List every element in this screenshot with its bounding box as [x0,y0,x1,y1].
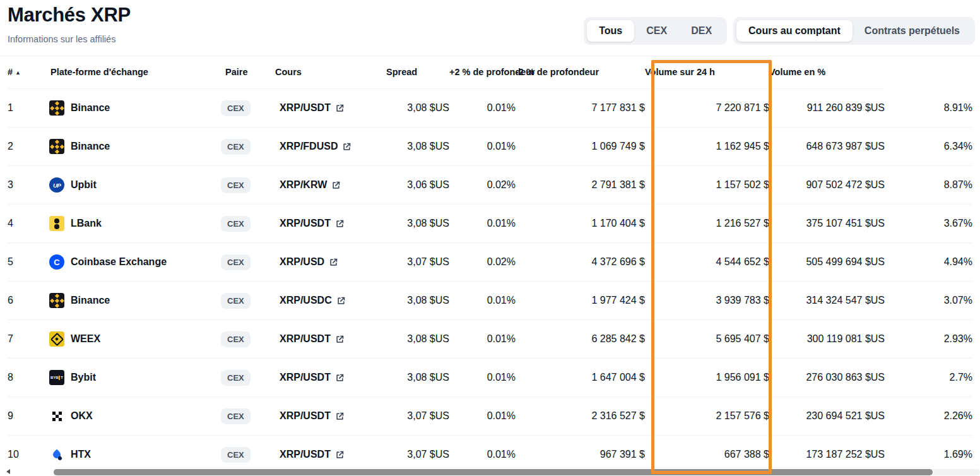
volume-24h-cell: 648 673 987 $US [769,128,885,166]
exchange-logo-icon [49,100,64,116]
pair-link[interactable]: XRP/USDT [280,410,386,422]
exchange-name: LBank [71,218,102,229]
col-header-depth-minus[interactable]: -2 % de profondeur [516,56,645,89]
pair-label: XRP/USDC [280,295,332,306]
volume-pct-cell: 8.91% [885,89,972,128]
exchange-link[interactable]: WEEX [49,331,221,347]
exchange-link[interactable]: Upbit [49,177,221,193]
external-link-icon [335,412,345,421]
depth-minus-cell: 1 162 945 $ [645,128,769,166]
price-cell: 3,08 $US [386,205,449,243]
exchange-cell: LBank [49,205,221,243]
scroll-left-arrow-icon[interactable] [6,469,10,474]
col-header-exchange[interactable]: Plate-forme d'échange [49,56,221,89]
table-header-row: #▲ Plate-forme d'échange Paire Cours Spr… [8,56,972,89]
exchange-link[interactable]: Bybit [49,370,221,385]
depth-plus-cell: 1 170 404 $ [516,205,645,243]
volume-24h-cell: 375 107 451 $US [769,205,885,243]
col-header-depth-plus[interactable]: +2 % de profondeur [449,56,516,89]
pair-link[interactable]: XRP/USDT [280,449,386,460]
pair-link[interactable]: XRP/KRW [280,179,386,191]
instrument-toggle: Cours au comptant Contrats perpétuels [733,17,975,45]
exchange-name: Coinbase Exchange [71,256,167,268]
toggle-tous-button[interactable]: Tous [587,20,634,42]
pair-link[interactable]: XRP/USDT [280,102,386,114]
badge-cell: CEX [221,397,275,436]
pair-link[interactable]: XRP/USDC [280,295,386,306]
volume-24h-cell: 314 324 547 $US [769,282,885,320]
exchange-link[interactable]: HTX [49,447,221,462]
table-row: 3 Upbit CEX XRP/KRW 3,06 $US 0.02% 2 791… [8,166,972,205]
col-header-spread[interactable]: Spread [386,56,449,89]
exchange-link[interactable]: LBank [49,216,221,231]
exchange-link[interactable]: OKX [49,408,221,424]
price-cell: 3,06 $US [386,166,449,205]
spread-cell: 0.01% [449,128,516,166]
rank-cell: 2 [8,128,49,166]
exchange-name: WEEX [71,333,100,345]
exchange-link[interactable]: Binance [49,100,221,116]
exchange-logo-icon [49,293,64,308]
table-row: 6 Binance CEX XRP/USDC 3,08 $US 0.01% 1 … [8,282,972,320]
cex-badge: CEX [221,447,251,463]
spread-cell: 0.01% [449,397,516,436]
table-row: 2 Binance CEX XRP/FDUSD 3,08 $US 0.01% 1… [8,128,972,166]
filter-toggles: Tous CEX DEX Cours au comptant Contrats … [584,17,975,45]
exchange-name: Binance [71,102,110,114]
external-link-icon [342,142,351,152]
scrollbar-thumb[interactable] [54,469,933,475]
col-header-price[interactable]: Cours [275,56,386,89]
price-cell: 3,08 $US [386,282,449,320]
exchange-link[interactable]: Coinbase Exchange [49,254,221,270]
exchange-cell: Binance [49,89,221,128]
table-row: 8 Bybit CEX XRP/USDT 3,08 $US 0.01% 1 64… [8,359,972,397]
external-link-icon [335,219,345,229]
spread-cell: 0.01% [449,320,516,359]
depth-minus-cell: 1 157 502 $ [645,166,769,205]
badge-cell: CEX [221,89,275,128]
exchange-logo-icon [49,216,64,231]
badge-cell: CEX [221,243,275,282]
volume-pct-cell: 3.07% [885,282,972,320]
cex-badge: CEX [221,139,251,155]
pair-link[interactable]: XRP/USDT [280,333,386,345]
col-header-volume-pct[interactable]: Volume en % [769,56,885,89]
table-row: 1 Binance CEX XRP/USDT 3,08 $US 0.01% 7 … [8,89,972,128]
spread-cell: 0.01% [449,359,516,397]
page-title: Marchés XRP [8,4,131,27]
volume-pct-cell: 8.87% [885,166,972,205]
price-cell: 3,08 $US [386,320,449,359]
pair-link[interactable]: XRP/USDT [280,372,386,383]
spread-cell: 0.02% [449,166,516,205]
volume-pct-cell: 6.34% [885,128,972,166]
col-header-rank[interactable]: #▲ [8,56,49,89]
exchange-cell: Upbit [49,166,221,205]
exchange-cell: Binance [49,128,221,166]
external-link-icon [335,104,345,113]
exchange-cell: OKX [49,397,221,436]
exchange-link[interactable]: Binance [49,293,221,308]
depth-minus-cell: 2 157 576 $ [645,397,769,436]
exchange-name: OKX [71,410,93,422]
pair-link[interactable]: XRP/FDUSD [280,141,386,152]
horizontal-scrollbar [0,468,980,476]
price-cell: 3,08 $US [386,359,449,397]
depth-minus-cell: 5 695 407 $ [645,320,769,359]
exchange-link[interactable]: Binance [49,139,221,154]
pair-link[interactable]: XRP/USDT [280,218,386,229]
spot-button[interactable]: Cours au comptant [736,20,853,42]
pair-label: XRP/USDT [280,410,331,422]
col-header-volume-24h[interactable]: Volume sur 24 h [645,56,769,89]
perpetual-button[interactable]: Contrats perpétuels [853,20,972,42]
toggle-dex-button[interactable]: DEX [679,20,724,42]
pair-label: XRP/USDT [280,102,331,114]
rank-cell: 3 [8,166,49,205]
exchange-name: Binance [71,295,110,306]
volume-24h-cell: 300 119 081 $US [769,320,885,359]
exchange-name: Bybit [71,372,96,383]
pair-cell: XRP/USDC [275,282,386,320]
col-header-pair[interactable]: Paire [221,56,275,89]
pair-link[interactable]: XRP/USD [280,256,386,268]
toggle-cex-button[interactable]: CEX [634,20,679,42]
external-link-icon [331,181,341,190]
